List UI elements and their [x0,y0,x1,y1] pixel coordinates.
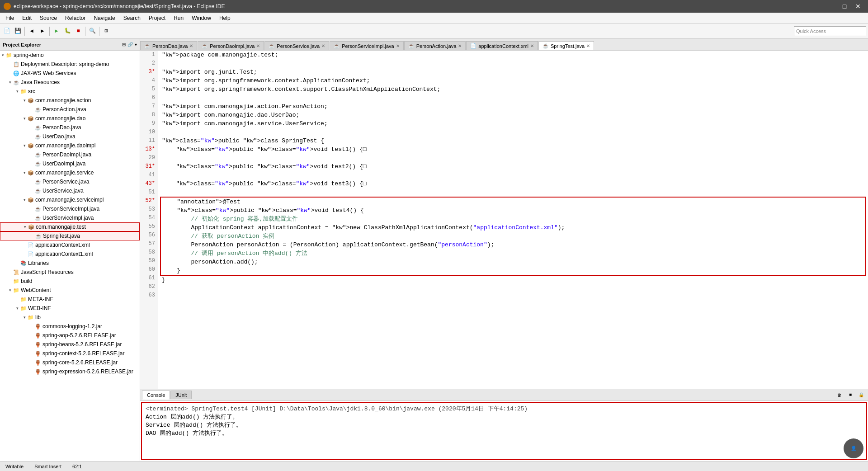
editor-tab-PersonDaoImpl-java[interactable]: ☕PersonDaoImpl.java✕ [198,41,264,50]
tree-item-spring-demo[interactable]: ▾📁spring-demo [0,51,140,60]
tree-item-jax-ws-web-services[interactable]: 🌐JAX-WS Web Services [0,69,140,78]
line-number-20: 54 [143,214,155,222]
menu-navigate[interactable]: Navigate [90,14,118,22]
debug-button[interactable]: 🐛 [62,26,72,36]
tree-item-web-inf[interactable]: ▾📁WEB-INF [0,304,140,313]
menu-window[interactable]: Window [188,14,215,22]
junit-tab[interactable]: JUnit [170,391,192,399]
tree-item-com-manongajie-daoimpl[interactable]: ▾📦com.manongajie.daoimpl [0,141,140,150]
editor-tab-applicationContext-xml[interactable]: 📄applicationContext.xml✕ [466,41,538,50]
tree-item-spring-aop-5-2-6-release-jar[interactable]: 🏺spring-aop-5.2.6.RELEASE.jar [0,331,140,340]
position-status: 62:1 [71,464,84,469]
link-with-editor-icon[interactable]: 🔗 [127,42,133,47]
tree-item-applicationcontext-xml[interactable]: 📄applicationContext.xml [0,240,140,250]
project-tree[interactable]: ▾📁spring-demo📋Deployment Descriptor: spr… [0,51,140,461]
console-clear-button[interactable]: 🗑 [835,390,844,400]
save-button[interactable]: 💾 [13,26,23,36]
editor-tab-SpringTest-java[interactable]: ☕SpringTest.java✕ [538,41,594,51]
console-tab[interactable]: Console [142,391,170,400]
code-line-18: "annotation">@Test [163,198,863,206]
tab-close-button[interactable]: ✕ [586,43,590,48]
tab-close-button[interactable]: ✕ [256,43,260,48]
tree-type-icon: 📜 [13,268,20,276]
menu-project[interactable]: Project [145,14,169,22]
back-button[interactable]: ◀ [27,26,37,36]
tree-item-src[interactable]: ▾📁src [0,87,140,96]
tree-label: UserDao.java [42,133,75,140]
tree-item-springtest-java[interactable]: ☕SpringTest.java [0,231,140,240]
code-line-26: } [163,266,863,275]
tree-item-com-manongajie-action[interactable]: ▾📦com.manongajie.action [0,96,140,105]
tree-item-userservice-java[interactable]: ☕UserService.java [0,186,140,195]
editor-tab-PersonDao-java[interactable]: ☕PersonDao.java✕ [140,41,197,50]
console-stop-button[interactable]: ■ [845,390,855,400]
tree-item-persondaoimpl-java[interactable]: ☕PersonDaoImpl.java [0,150,140,159]
menu-search[interactable]: Search [120,14,144,22]
tree-item-lib[interactable]: ▾📁lib [0,313,140,322]
menu-help[interactable]: Help [216,14,234,22]
code-content[interactable]: "kw">package com.manongajie.test; "kw">i… [158,51,868,389]
tree-item-deployment-descriptor--spring-demo[interactable]: 📋Deployment Descriptor: spring-demo [0,60,140,69]
tree-item-personaction-java[interactable]: ☕PersonAction.java [0,105,140,114]
tree-arrow: ▾ [22,116,27,121]
code-editor[interactable]: 123*456789101113*2931*4143*5152*53545556… [140,51,868,389]
perspective-button[interactable]: ⊞ [101,26,111,36]
tab-close-button[interactable]: ✕ [189,43,193,48]
tree-item-personservice-java[interactable]: ☕PersonService.java [0,177,140,186]
code-line-29 [162,293,864,301]
quick-access-input[interactable]: Quick Access [794,26,866,36]
menu-edit[interactable]: Edit [19,14,35,22]
console-scroll-lock[interactable]: 🔒 [856,390,866,400]
tree-item-spring-expression-5-2-6-release-jar[interactable]: 🏺spring-expression-5.2.6.RELEASE.jar [0,367,140,376]
tree-item-javascript-resources[interactable]: 📜JavaScript Resources [0,268,140,277]
editor-tab-PersonAction-java[interactable]: ☕PersonAction.java✕ [404,41,466,50]
menu-source[interactable]: Source [36,14,61,22]
collapse-all-icon[interactable]: ⊟ [122,42,126,47]
forward-button[interactable]: ▶ [38,26,47,36]
tree-label: UserService.java [42,188,84,194]
tree-item-userdao-java[interactable]: ☕UserDao.java [0,132,140,141]
toolbar-separator-3 [85,27,85,36]
menu-run[interactable]: Run [170,14,187,22]
tree-item-com-manongajie-dao[interactable]: ▾📦com.manongajie.dao [0,114,140,123]
menu-bar: File Edit Source Refactor Navigate Searc… [0,13,868,24]
tree-label: build [21,278,32,284]
minimize-button[interactable]: — [825,0,837,13]
tree-item-com-manongajie-serviceimpl[interactable]: ▾📦com.manongajie.serviceimpl [0,195,140,204]
view-menu-icon[interactable]: ▾ [135,42,137,47]
tree-item-spring-context-5-2-6-release-jar[interactable]: 🏺spring-context-5.2.6.RELEASE.jar [0,349,140,358]
stop-button[interactable]: ■ [73,26,83,36]
run-button[interactable]: ▶ [52,26,61,36]
menu-refactor[interactable]: Refactor [61,14,89,22]
tree-item-spring-core-5-2-6-release-jar[interactable]: 🏺spring-core-5.2.6.RELEASE.jar [0,358,140,367]
tab-close-button[interactable]: ✕ [458,43,462,48]
tree-item-java-resources[interactable]: ▾☕Java Resources [0,78,140,87]
user-avatar[interactable]: 👤 [844,438,863,458]
tree-item-userdaoimpl-java[interactable]: ☕UserDaoImpl.java [0,159,140,168]
tree-label: com.manongajie.daoimpl [35,142,95,149]
tree-item-applicationcontext1-xml[interactable]: 📄applicationContext1.xml [0,250,140,259]
tree-item-webcontent[interactable]: ▾📁WebContent [0,286,140,295]
editor-tabs: ☕PersonDao.java✕☕PersonDaoImpl.java✕☕Per… [140,39,868,51]
tree-item-spring-beans-5-2-6-release-jar[interactable]: 🏺spring-beans-5.2.6.RELEASE.jar [0,340,140,349]
tree-item-persondao-java[interactable]: ☕PersonDao.java [0,123,140,132]
editor-tab-PersonServiceImpl-java[interactable]: ☕PersonServiceImpl.java✕ [330,41,404,50]
tree-item-meta-inf[interactable]: 📁META-INF [0,295,140,304]
new-button[interactable]: 📄 [2,26,12,36]
editor-tab-PersonService-java[interactable]: ☕PersonService.java✕ [264,41,329,50]
tab-close-button[interactable]: ✕ [530,43,534,48]
tree-item-personserviceimpl-java[interactable]: ☕PersonServiceImpl.java [0,204,140,213]
tree-item-com-manongajie-service[interactable]: ▾📦com.manongajie.service [0,168,140,177]
tab-icon: ☕ [542,43,549,49]
tree-item-userserviceimpl-java[interactable]: ☕UserServiceImpl.java [0,213,140,222]
tree-item-commons-logging-1-2-jar[interactable]: 🏺commons-logging-1.2.jar [0,322,140,331]
search-button[interactable]: 🔍 [87,26,97,36]
maximize-button[interactable]: □ [838,0,851,13]
close-button[interactable]: ✕ [852,0,864,13]
tree-item-build[interactable]: 📁build [0,277,140,286]
tab-close-button[interactable]: ✕ [321,43,325,48]
tab-close-button[interactable]: ✕ [396,43,400,48]
menu-file[interactable]: File [2,14,18,22]
tree-item-com-manongajie-test[interactable]: ▾📦com.manongajie.test [0,222,140,231]
tree-item-libraries[interactable]: 📚Libraries [0,259,140,268]
